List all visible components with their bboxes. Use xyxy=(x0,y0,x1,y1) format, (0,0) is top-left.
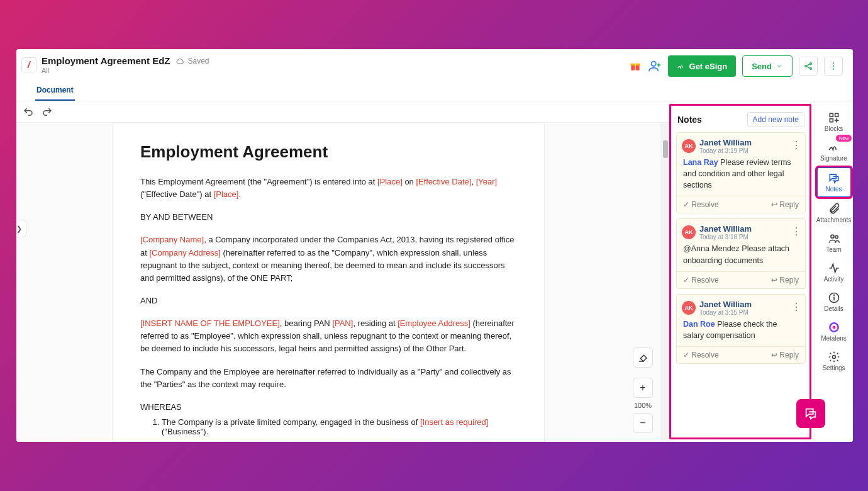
document-page[interactable]: Employment Agreement This Employment Agr… xyxy=(112,123,545,442)
undo-icon[interactable] xyxy=(23,106,34,118)
document-subtitle[interactable]: All xyxy=(42,67,209,74)
gift-icon[interactable] xyxy=(629,60,642,72)
add-user-icon[interactable] xyxy=(648,59,662,73)
note-card[interactable]: AKJanet WilliamToday at 3:18 PM⋮@Anna Me… xyxy=(676,218,806,288)
nav-team-label: Team xyxy=(826,246,841,253)
notes-panel: Notes Add new note AKJanet WilliamToday … xyxy=(669,104,811,439)
nav-activity[interactable]: Activity xyxy=(816,258,852,286)
saved-label: Saved xyxy=(187,57,209,65)
redo-icon[interactable] xyxy=(42,106,53,118)
share-icon xyxy=(803,61,813,71)
svg-point-26 xyxy=(832,326,835,329)
resolve-button[interactable]: ✓ Resolve xyxy=(683,200,719,209)
resolve-button[interactable]: ✓ Resolve xyxy=(683,351,719,359)
chat-fab[interactable] xyxy=(796,399,825,428)
document-title[interactable]: Employment Agreement EdZ xyxy=(42,55,170,66)
doc-between: BY AND BETWEEN xyxy=(140,211,516,223)
main: ❯ Employment Agreement This Employment A… xyxy=(16,101,853,442)
nav-team[interactable]: Team xyxy=(816,229,852,257)
fill-color-button[interactable] xyxy=(633,347,653,368)
svg-point-20 xyxy=(831,235,834,238)
share-button[interactable] xyxy=(799,57,818,76)
avatar: AK xyxy=(682,139,696,153)
nav-metalens-label: Metalens xyxy=(821,335,847,342)
resolve-button[interactable]: ✓ Resolve xyxy=(683,276,719,285)
note-menu-icon[interactable]: ⋮ xyxy=(791,225,801,237)
avatar: AK xyxy=(682,225,696,239)
nav-details-label: Details xyxy=(824,305,843,312)
mention[interactable]: Lana Ray xyxy=(683,158,718,167)
svg-point-3 xyxy=(651,62,655,66)
note-body: @Anna Mendez Please attach onboarding do… xyxy=(677,242,805,271)
nav-signature-label: Signature xyxy=(820,155,847,162)
doc-intro: This Employment Agreement (the "Agreemen… xyxy=(140,176,516,201)
team-icon xyxy=(828,232,840,245)
nav-metalens[interactable]: Metalens xyxy=(816,317,852,346)
chevron-down-icon xyxy=(776,62,783,70)
avatar: AK xyxy=(682,301,696,315)
svg-rect-14 xyxy=(830,113,833,116)
nav-details[interactable]: Details xyxy=(816,288,852,316)
nav-notes[interactable]: Notes xyxy=(816,167,852,198)
saved-status: Saved xyxy=(176,57,209,65)
zoom-tools: + 100% − xyxy=(633,347,653,433)
note-body: Dan Roe Please check the salary compensa… xyxy=(677,317,805,346)
note-menu-icon[interactable]: ⋮ xyxy=(791,139,801,151)
nav-attachments[interactable]: Attachments xyxy=(816,199,852,227)
nav-blocks-label: Blocks xyxy=(825,125,843,132)
nav-settings-label: Settings xyxy=(822,364,845,371)
doc-and: AND xyxy=(140,295,516,307)
doc-whereas: WHEREAS xyxy=(140,401,516,414)
tab-row: Document xyxy=(16,81,853,101)
svg-point-11 xyxy=(833,62,834,64)
gear-icon xyxy=(828,351,840,363)
blocks-icon xyxy=(828,111,840,124)
paint-bucket-icon xyxy=(637,352,648,363)
doc-company: [Company Name], a Company incorporated u… xyxy=(140,234,516,285)
svg-point-8 xyxy=(810,68,812,70)
topbar: / Employment Agreement EdZ Saved All Get… xyxy=(16,49,853,81)
svg-point-12 xyxy=(833,65,834,67)
svg-point-24 xyxy=(833,295,834,295)
note-card[interactable]: AKJanet WilliamToday at 3:15 PM⋮Dan Roe … xyxy=(676,294,806,364)
reply-button[interactable]: ↩ Reply xyxy=(771,200,799,209)
svg-rect-2 xyxy=(635,64,636,71)
mention[interactable]: Dan Roe xyxy=(683,320,715,329)
document-icon: / xyxy=(21,57,36,72)
send-button[interactable]: Send xyxy=(742,55,793,77)
new-badge: New xyxy=(836,135,851,142)
note-time: Today at 3:15 PM xyxy=(699,309,752,316)
metalens-icon xyxy=(828,321,840,334)
chat-bubble-icon xyxy=(804,407,818,420)
nav-attachments-label: Attachments xyxy=(816,217,852,223)
reply-button[interactable]: ↩ Reply xyxy=(771,276,799,285)
doc-employee: [INSERT NAME OF THE EMPLOYEE], bearing P… xyxy=(140,317,516,355)
note-menu-icon[interactable]: ⋮ xyxy=(791,301,801,313)
scrollbar[interactable] xyxy=(660,123,669,442)
svg-point-13 xyxy=(833,69,834,70)
note-card[interactable]: AKJanet WilliamToday at 3:19 PM⋮Lana Ray… xyxy=(676,132,806,213)
editor-toolbar xyxy=(16,101,669,123)
note-time: Today at 3:18 PM xyxy=(699,234,752,240)
info-icon xyxy=(828,291,840,304)
tab-document[interactable]: Document xyxy=(35,82,75,101)
more-button[interactable] xyxy=(824,57,843,76)
doc-parties: The Company and the Employee are hereina… xyxy=(140,366,516,391)
collapse-left-icon[interactable]: ❯ xyxy=(16,220,26,237)
nav-settings[interactable]: Settings xyxy=(816,347,852,375)
reply-button[interactable]: ↩ Reply xyxy=(771,351,799,359)
svg-point-7 xyxy=(810,63,812,65)
svg-line-9 xyxy=(806,64,810,66)
title-block: Employment Agreement EdZ Saved All xyxy=(42,55,209,74)
zoom-label: 100% xyxy=(634,402,652,409)
app-window: / Employment Agreement EdZ Saved All Get… xyxy=(16,49,853,442)
nav-signature[interactable]: New Signature xyxy=(816,137,852,166)
nav-blocks[interactable]: Blocks xyxy=(816,108,852,136)
svg-point-21 xyxy=(835,235,838,238)
get-esign-button[interactable]: Get eSign xyxy=(668,55,737,77)
zoom-out-button[interactable]: − xyxy=(633,413,653,433)
add-note-button[interactable]: Add new note xyxy=(747,112,804,127)
zoom-in-button[interactable]: + xyxy=(633,378,653,398)
note-body: Lana Ray Please review terms and conditi… xyxy=(677,155,805,196)
more-vertical-icon xyxy=(828,61,838,71)
